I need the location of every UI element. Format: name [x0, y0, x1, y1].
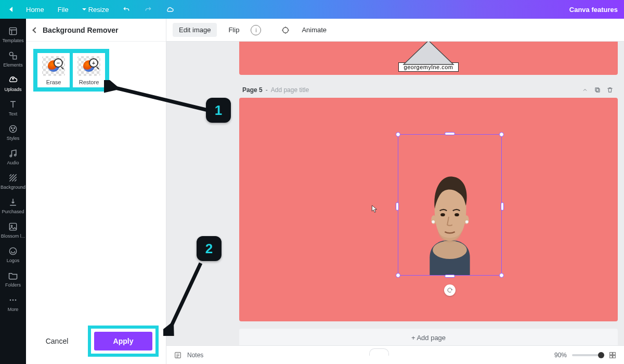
resize-handle[interactable] — [396, 273, 400, 278]
add-page-button[interactable]: + Add page — [239, 329, 618, 345]
resize-handle[interactable] — [396, 132, 400, 137]
undo-icon — [122, 5, 131, 14]
panel-header[interactable]: Background Remover — [26, 19, 166, 42]
resize-label: Resize — [88, 6, 109, 14]
canvas-scroll[interactable]: georgemylne.com Page 5 - Add page title — [166, 42, 624, 345]
top-bar: Home File Resize Canva features — [0, 0, 624, 19]
svg-line-27 — [171, 263, 201, 328]
rail-folders[interactable]: Folders — [0, 266, 26, 291]
chevron-left-icon — [9, 7, 12, 12]
back-button[interactable] — [6, 5, 16, 14]
side-panel: Background Remover − Erase + Restore — [26, 19, 166, 364]
rail-label: Background — [1, 185, 25, 190]
svg-point-8 — [15, 154, 16, 156]
svg-point-21 — [454, 213, 459, 216]
rail-templates[interactable]: Templates — [0, 22, 26, 46]
resize-handle[interactable] — [445, 275, 455, 278]
page-title-input[interactable]: Add page title — [271, 86, 309, 94]
rail-elements[interactable]: Elements — [0, 46, 26, 71]
page-collapse-button[interactable] — [580, 85, 590, 95]
animate-button[interactable]: Animate — [295, 23, 333, 37]
flip-button[interactable]: Flip — [222, 23, 245, 37]
redo-button[interactable] — [141, 3, 155, 16]
annotation-arrow-2 — [163, 258, 215, 336]
rail-label: Text — [9, 111, 18, 116]
slider-knob[interactable] — [598, 352, 604, 358]
file-menu[interactable]: File — [55, 4, 72, 16]
zoom-slider[interactable] — [572, 354, 603, 356]
rail-more[interactable]: More — [0, 291, 26, 315]
chevron-left-icon — [32, 27, 38, 33]
resize-handle[interactable] — [445, 132, 455, 135]
erase-tool[interactable]: − Erase — [37, 53, 70, 87]
svg-point-14 — [15, 300, 17, 301]
svg-point-25 — [465, 220, 469, 224]
svg-rect-9 — [9, 223, 16, 230]
svg-point-13 — [12, 300, 14, 301]
grid-view-icon[interactable] — [608, 351, 617, 359]
rail-label: Audio — [7, 160, 19, 165]
zoom-value: 90% — [554, 352, 567, 359]
rail-audio[interactable]: Audio — [0, 144, 26, 168]
svg-marker-16 — [404, 42, 453, 64]
rail-label: Styles — [7, 136, 20, 141]
cancel-button[interactable]: Cancel — [33, 332, 81, 350]
svg-point-4 — [11, 127, 12, 128]
notes-button[interactable]: Notes — [187, 352, 203, 359]
svg-rect-31 — [610, 355, 613, 358]
panel-actions: Cancel Apply — [26, 318, 166, 364]
rail-label: Logos — [7, 258, 20, 263]
page-label: Page 5 — [242, 86, 263, 94]
svg-point-11 — [9, 248, 16, 254]
rail-background[interactable]: Background — [0, 168, 26, 193]
svg-rect-30 — [613, 352, 616, 355]
logo-icon — [8, 246, 18, 256]
text-icon — [8, 99, 18, 110]
rail-brand[interactable]: Blossom l... — [0, 217, 26, 242]
rail-text[interactable]: Text — [0, 95, 26, 120]
info-button[interactable]: i — [251, 25, 261, 35]
file-label: File — [58, 6, 69, 14]
rail-label: Templates — [2, 38, 23, 43]
erase-icon: − — [42, 56, 65, 76]
edit-image-button[interactable]: Edit image — [173, 23, 217, 37]
rotate-handle[interactable] — [444, 284, 456, 296]
resize-handle[interactable] — [396, 202, 399, 211]
annotation-bubble-2: 2 — [197, 236, 222, 261]
page-thumb-toggle[interactable] — [369, 348, 389, 356]
duplicate-icon — [594, 86, 601, 94]
page-canvas[interactable] — [239, 98, 618, 321]
home-menu[interactable]: Home — [23, 4, 47, 16]
resize-handle[interactable] — [499, 273, 504, 278]
resize-menu[interactable]: Resize — [79, 4, 112, 16]
rail-purchased[interactable]: Purchased — [0, 193, 26, 217]
page-delete-button[interactable] — [605, 85, 615, 95]
restore-tool[interactable]: + Restore — [73, 53, 105, 87]
svg-point-7 — [10, 155, 11, 157]
cloud-sync-button[interactable] — [163, 3, 177, 16]
rail-logos[interactable]: Logos — [0, 242, 26, 266]
resize-handle[interactable] — [499, 132, 504, 137]
tool-label: Restore — [79, 79, 99, 85]
cursor-icon — [371, 204, 379, 214]
svg-point-10 — [11, 225, 12, 227]
cloud-icon — [166, 5, 174, 14]
rail-label: Uploads — [4, 87, 21, 92]
apply-button[interactable]: Apply — [94, 332, 152, 350]
page-duplicate-button[interactable] — [593, 85, 602, 95]
selected-image[interactable] — [398, 134, 502, 276]
resize-handle[interactable] — [501, 202, 504, 211]
svg-point-12 — [10, 300, 11, 301]
rail-uploads[interactable]: Uploads — [0, 71, 26, 95]
rail-styles[interactable]: Styles — [0, 120, 26, 144]
undo-button[interactable] — [119, 3, 134, 16]
svg-point-3 — [9, 125, 16, 132]
chevron-up-icon — [582, 87, 588, 93]
info-icon: i — [255, 27, 256, 33]
rotate-icon — [447, 287, 453, 293]
bottom-bar: Notes 90% — [166, 345, 624, 364]
audio-icon — [8, 148, 18, 159]
brand-label: Canva features — [569, 6, 618, 14]
styles-icon — [8, 124, 18, 134]
trash-icon — [606, 86, 614, 94]
